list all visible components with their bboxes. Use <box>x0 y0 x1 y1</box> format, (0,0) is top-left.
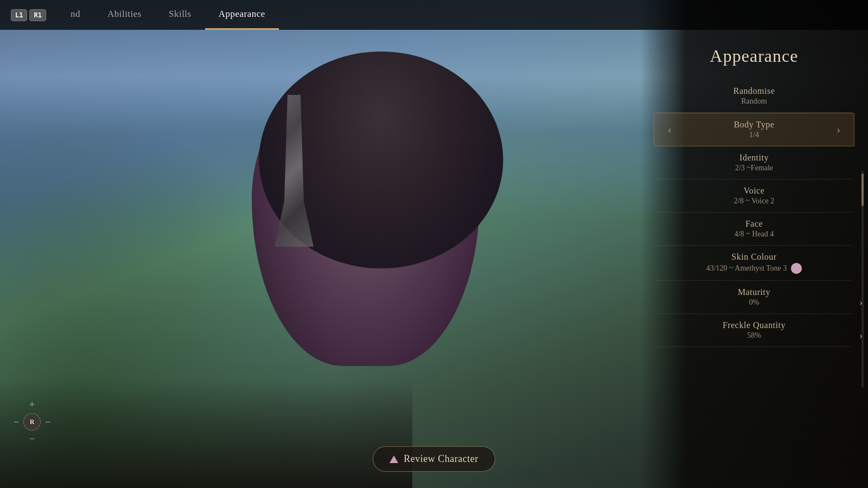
maturity-value: 0% <box>749 298 760 307</box>
zoom-out-row: − <box>29 433 35 445</box>
bottom-controls: Review Character <box>0 446 868 472</box>
camera-controls: + − R − − <box>14 399 50 445</box>
review-btn-label: Review Character <box>404 453 478 465</box>
body-type-content: Body Type 1/4 <box>677 120 832 139</box>
zoom-in-symbol[interactable]: + <box>29 399 35 410</box>
body-type-prev-arrow[interactable]: ‹ <box>662 121 677 139</box>
triangle-icon <box>390 455 398 463</box>
nav-button-group: L1 R1 <box>11 9 46 21</box>
skin-colour-swatch[interactable] <box>791 263 802 274</box>
randomise-option[interactable]: Randomise Random <box>656 80 852 113</box>
identity-value: 2/3 ~Female <box>656 164 852 172</box>
tab-nd[interactable]: nd <box>57 0 94 30</box>
face-option[interactable]: Face 4/8 ~ Head 4 <box>656 213 852 246</box>
identity-label: Identity <box>656 153 852 163</box>
freckle-quantity-label: Freckle Quantity <box>656 320 852 330</box>
skin-colour-option[interactable]: Skin Colour 43/120 ~ Amethyst Tone 3 <box>656 246 852 281</box>
freckle-quantity-value: 58% <box>747 331 761 340</box>
identity-option[interactable]: Identity 2/3 ~Female <box>656 146 852 179</box>
face-label: Face <box>656 219 852 229</box>
skin-colour-value: 43/120 ~ Amethyst Tone 3 <box>656 263 852 274</box>
pan-left-symbol[interactable]: − <box>14 416 19 428</box>
r1-button[interactable]: R1 <box>29 9 46 21</box>
body-type-label: Body Type <box>677 120 832 130</box>
zoom-in-row: + <box>29 399 35 410</box>
appearance-panel: Appearance Randomise Random ‹ Body Type … <box>640 30 868 488</box>
randomise-value: Random <box>656 97 852 106</box>
panel-title: Appearance <box>656 46 852 66</box>
bottom-dark-overlay <box>0 380 412 488</box>
body-type-value: 1/4 <box>677 131 832 139</box>
character-viewport <box>0 30 640 488</box>
skin-colour-label: Skin Colour <box>656 252 852 262</box>
maturity-value-row: 0% › <box>656 298 852 307</box>
body-type-option[interactable]: ‹ Body Type 1/4 › <box>654 113 854 146</box>
rotate-row: − R − <box>14 413 50 431</box>
rotate-button[interactable]: R <box>23 413 41 431</box>
nav-tabs: nd Abilities Skills Appearance <box>57 0 279 30</box>
randomise-label: Randomise <box>656 86 852 96</box>
skin-colour-text: 43/120 ~ Amethyst Tone 3 <box>706 264 787 273</box>
top-navigation: L1 R1 nd Abilities Skills Appearance <box>0 0 868 30</box>
scroll-track[interactable] <box>861 171 864 388</box>
tab-abilities[interactable]: Abilities <box>94 0 155 30</box>
freckle-quantity-option[interactable]: Freckle Quantity 58% › <box>656 314 852 347</box>
l1-button[interactable]: L1 <box>11 9 27 21</box>
review-character-button[interactable]: Review Character <box>373 446 495 472</box>
voice-option[interactable]: Voice 2/8 ~ Voice 2 <box>656 179 852 213</box>
tab-appearance[interactable]: Appearance <box>205 0 279 30</box>
body-type-next-arrow[interactable]: › <box>831 121 846 139</box>
voice-value: 2/8 ~ Voice 2 <box>656 197 852 206</box>
scroll-thumb[interactable] <box>861 174 864 206</box>
maturity-label: Maturity <box>656 287 852 297</box>
tab-skills[interactable]: Skills <box>155 0 205 30</box>
pan-right-symbol[interactable]: − <box>45 416 50 428</box>
maturity-option[interactable]: Maturity 0% › <box>656 281 852 314</box>
voice-label: Voice <box>656 186 852 196</box>
zoom-out-symbol[interactable]: − <box>29 433 35 445</box>
face-value: 4/8 ~ Head 4 <box>656 230 852 239</box>
freckle-quantity-value-row: 58% › <box>656 331 852 340</box>
